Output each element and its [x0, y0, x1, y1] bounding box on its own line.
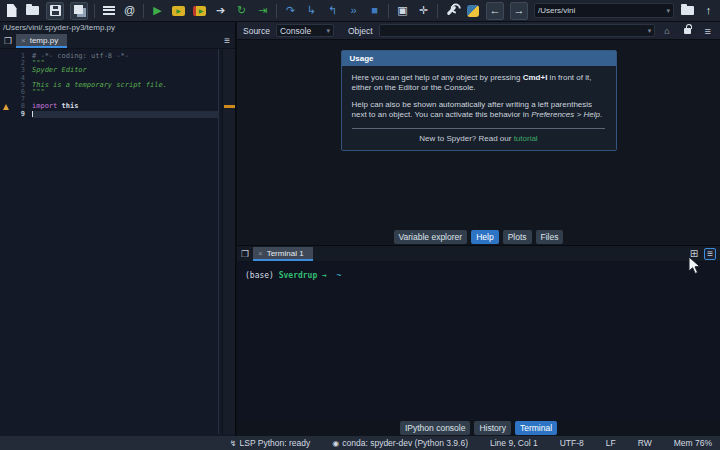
parent-directory-icon[interactable]: ↑	[701, 3, 716, 19]
source-select[interactable]: Console ▾	[276, 24, 334, 37]
code-editor[interactable]: 123456789 # -*- coding: utf-8 -*-"""Spyd…	[0, 49, 235, 434]
fullscreen-icon[interactable]: ✛	[416, 3, 431, 19]
gutter-row: 3	[0, 67, 30, 74]
tab-history[interactable]: History	[474, 421, 510, 435]
editor-tab-temp-py[interactable]: × temp.py	[16, 34, 67, 48]
status-cursor-position-label: Line 9, Col 1	[490, 438, 538, 448]
browse-tabs-icon[interactable]: ❐	[237, 249, 253, 261]
run-icon[interactable]: ▶	[150, 3, 165, 19]
debug-stop-icon[interactable]: ■	[367, 3, 382, 19]
tab-help[interactable]: Help	[471, 230, 498, 244]
browse-directory-icon[interactable]	[680, 3, 695, 19]
editor-pane: /Users/vini/.spyder-py3/temp.py ❐ × temp…	[0, 22, 236, 436]
status-memory: Mem 76%	[674, 438, 712, 448]
status-lsp: ↯LSP Python: ready	[230, 438, 310, 448]
chevron-down-icon[interactable]: ▾	[666, 7, 670, 15]
code-line: Spyder Editor	[32, 67, 219, 74]
code-line: # -*- coding: utf-8 -*-	[32, 53, 219, 60]
code-token: This is a temporary script file.	[32, 82, 167, 89]
browse-tabs-icon[interactable]: ❐	[0, 36, 16, 48]
tab-plots[interactable]: Plots	[503, 230, 532, 244]
status-eol-label: LF	[606, 438, 616, 448]
tab-ipython-console[interactable]: IPython console	[400, 421, 470, 435]
debug-continue-icon[interactable]: »	[346, 3, 361, 19]
code-line: """	[32, 89, 219, 96]
warning-icon[interactable]	[3, 104, 9, 110]
divider	[352, 128, 604, 129]
gutter-row: 8	[0, 103, 30, 110]
preferences-icon[interactable]	[444, 3, 459, 19]
python-env-icon	[467, 5, 479, 17]
code-token: Spyder Editor	[32, 67, 87, 74]
toolbar-separator	[143, 4, 144, 18]
run-selection-icon[interactable]: ➔	[213, 3, 228, 19]
maximize-pane-icon[interactable]: ▣	[395, 3, 410, 19]
terminal-options-menu-icon[interactable]: ≡	[704, 248, 716, 260]
toolbar-icons: @▶▶▶➔↻⇥↷↳↰»■▣✛←→	[4, 2, 528, 20]
code-token: import	[32, 103, 57, 110]
run-until-icon[interactable]: ⇥	[255, 3, 270, 19]
gutter-row: 1	[0, 53, 30, 60]
terminal-output[interactable]: (base) Sverdrup → ~	[237, 262, 720, 280]
rerun-cell-icon[interactable]: ↻	[234, 3, 249, 19]
editor-gutter[interactable]: 123456789	[0, 53, 30, 118]
code-line: import this	[32, 103, 219, 110]
status-permissions-label: RW	[638, 438, 652, 448]
gutter-row: 2	[0, 60, 30, 67]
code-token: this	[57, 103, 78, 110]
gutter-row: 7	[0, 96, 30, 103]
home-icon[interactable]: ⌂	[661, 26, 672, 36]
run-cell-advance-icon: ▶	[193, 6, 206, 16]
status-encoding-label: UTF-8	[560, 438, 584, 448]
editor-tabbar: ❐ × temp.py ≡	[0, 33, 235, 49]
help-options-menu-icon[interactable]: ≡	[702, 25, 714, 37]
tab-files[interactable]: Files	[536, 230, 564, 244]
status-conda: ◉conda: spyder-dev (Python 3.9.6)	[332, 438, 468, 448]
python-env-icon[interactable]	[465, 3, 480, 19]
editor-tab-label: temp.py	[30, 36, 58, 45]
status-lsp-icon: ↯	[230, 439, 237, 448]
file-switcher-icon[interactable]	[101, 3, 116, 19]
working-directory-combo[interactable]: /Users/vini ▾	[534, 3, 674, 18]
run-cell-advance-icon[interactable]: ▶	[192, 3, 207, 19]
editor-scrollbar[interactable]	[222, 49, 235, 434]
toolbar-separator	[437, 4, 438, 18]
run-cell-icon: ▶	[172, 6, 185, 16]
find-symbol-icon[interactable]: @	[122, 3, 137, 19]
breadcrumb: /Users/vini/.spyder-py3/temp.py	[0, 22, 235, 33]
toolbar-separator	[276, 4, 277, 18]
status-memory-label: Mem 76%	[674, 438, 712, 448]
terminal-tab-1[interactable]: × Terminal 1	[253, 247, 313, 261]
terminal-tab-label: Terminal 1	[267, 249, 304, 258]
code-line: This is a temporary script file.	[32, 82, 219, 89]
save-all-icon[interactable]	[70, 2, 88, 20]
run-cell-icon[interactable]: ▶	[171, 3, 186, 19]
close-icon[interactable]: ×	[21, 36, 26, 45]
new-file-icon[interactable]	[4, 3, 19, 19]
code-lines[interactable]: # -*- coding: utf-8 -*-"""Spyder EditorT…	[32, 53, 219, 118]
debug-step-over-icon[interactable]: ↷	[283, 3, 298, 19]
help-header: Source Console ▾ Object ▾ ⌂ ≡	[237, 22, 720, 40]
debug-step-out-icon[interactable]: ↰	[325, 3, 340, 19]
usage-footer: New to Spyder? Read our tutorial	[342, 134, 616, 150]
object-input[interactable]: ▾	[379, 24, 656, 37]
status-conda-label: conda: spyder-dev (Python 3.9.6)	[342, 438, 468, 448]
save-icon[interactable]	[46, 2, 64, 20]
kbd-cmd-i: Cmd+I	[523, 73, 548, 82]
console-tabs: IPython consoleHistoryTerminal	[237, 420, 720, 436]
debug-step-into-icon[interactable]: ↳	[304, 3, 319, 19]
lock-icon[interactable]	[684, 28, 691, 34]
back-icon[interactable]: ←	[486, 2, 504, 20]
forward-icon[interactable]: →	[510, 2, 528, 20]
status-permissions: RW	[638, 438, 652, 448]
open-file-icon[interactable]	[25, 3, 40, 19]
close-icon[interactable]: ×	[258, 249, 263, 258]
tab-variable-explorer[interactable]: Variable explorer	[394, 230, 468, 244]
tab-terminal[interactable]: Terminal	[515, 421, 557, 435]
warning-scroll-marker[interactable]	[224, 105, 235, 108]
status-lsp-label: LSP Python: ready	[240, 438, 311, 448]
editor-options-menu-icon[interactable]: ≡	[224, 35, 235, 48]
tutorial-link[interactable]: tutorial	[514, 134, 538, 143]
status-encoding: UTF-8	[560, 438, 584, 448]
code-line	[32, 111, 219, 118]
